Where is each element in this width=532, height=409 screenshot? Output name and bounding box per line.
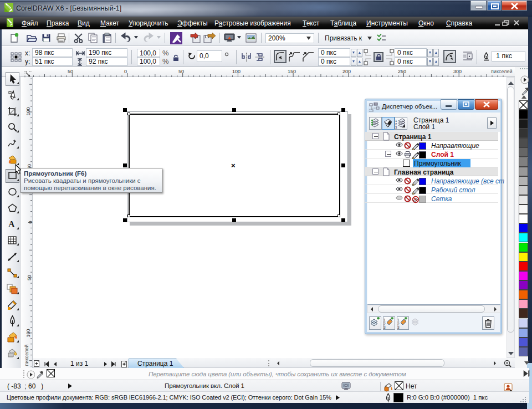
svg-text:3: 3 (397, 325, 400, 329)
svg-text:3: 3 (395, 126, 397, 129)
svg-text:1: 1 (397, 318, 400, 322)
svg-text:1: 1 (383, 318, 386, 322)
svg-text:3: 3 (383, 325, 386, 329)
